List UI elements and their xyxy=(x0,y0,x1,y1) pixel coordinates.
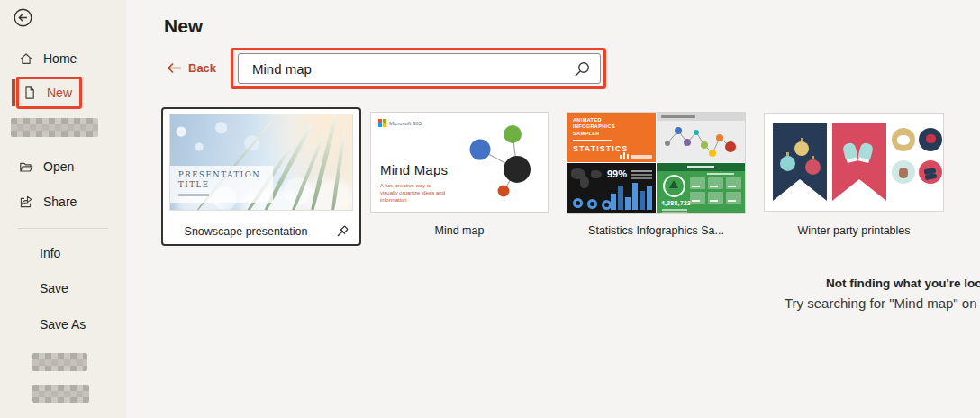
polar-bear-badge xyxy=(892,128,915,151)
skates-badge xyxy=(919,160,942,184)
back-arrow-icon xyxy=(14,8,32,27)
statistics-slide-grid: ANIMATED INFOGRAPHICS SAMPLER STATISTICS xyxy=(567,113,745,213)
sidebar-item-label: Save As xyxy=(40,317,86,332)
redacted-nav-item[interactable] xyxy=(32,353,87,371)
stat-boxes xyxy=(690,177,741,204)
back-arrow-left-icon xyxy=(167,62,182,74)
sidebar-item-share[interactable]: Share xyxy=(19,191,77,213)
template-card-statistics[interactable]: ANIMATED INFOGRAPHICS SAMPLER STATISTICS xyxy=(567,112,746,214)
sidebar-item-label: Share xyxy=(43,195,77,209)
ornament-ball xyxy=(805,159,821,175)
share-icon xyxy=(19,195,33,209)
stat-text-bars xyxy=(631,170,652,172)
search-icon xyxy=(573,60,591,78)
template-title: Snowscape presentation xyxy=(163,225,329,238)
sidebar-item-open[interactable]: Open xyxy=(19,156,74,177)
sidebar-item-save-as[interactable]: Save As xyxy=(40,314,86,334)
template-search-box xyxy=(238,53,601,84)
sidebar-item-home[interactable]: Home xyxy=(19,48,77,69)
frost-blob xyxy=(300,179,353,211)
new-document-icon xyxy=(23,86,37,100)
statistics-cover-slide: ANIMATED INFOGRAPHICS SAMPLER STATISTICS xyxy=(567,113,656,162)
template-card-winter[interactable] xyxy=(764,113,944,212)
green-stats-slide: 4,388,723 xyxy=(657,163,745,213)
search-button[interactable] xyxy=(573,60,591,78)
donut-chart xyxy=(573,198,583,208)
backstage-view: { "colors": { "accent": "#b7472a", "anno… xyxy=(0,0,980,418)
backstage-sidebar: Home New Open Share Info Save Save As xyxy=(0,0,126,418)
template-title: Winter party printables xyxy=(755,224,953,237)
snowscape-thumbnail[interactable]: PRESENTATION TITLE xyxy=(169,114,353,211)
boxes-title-bar xyxy=(707,173,734,175)
sidebar-item-label: Save xyxy=(40,281,68,295)
mittens-pennant xyxy=(832,123,886,201)
selected-indicator-bar xyxy=(12,79,15,106)
timeline-slide xyxy=(657,113,745,162)
polar-bear-shape xyxy=(897,135,910,145)
template-card-mind-map[interactable]: Microsoft 365 Mind Maps A fun, creative … xyxy=(370,112,549,213)
mitten xyxy=(858,142,874,163)
sidebar-item-label: New xyxy=(47,86,72,100)
slide-heading: Mind Maps xyxy=(380,162,448,177)
bar-chart xyxy=(611,183,652,210)
reindeer-badge xyxy=(892,160,915,184)
dark-stats-slide: 99% xyxy=(567,163,656,213)
cardinal-shape xyxy=(926,134,936,143)
slide-title-text: PRESENTATION TITLE xyxy=(178,170,266,190)
redacted-nav-item[interactable] xyxy=(11,118,98,137)
page-title: New xyxy=(164,15,203,37)
sidebar-item-label: Open xyxy=(43,159,74,174)
timeline-dots xyxy=(657,113,745,162)
kicker-line: INFOGRAPHICS xyxy=(573,123,650,130)
stat-percent: 99% xyxy=(607,168,627,179)
stat-text-bars xyxy=(662,209,687,211)
sidebar-item-save[interactable]: Save xyxy=(40,278,68,298)
slide-header-strip xyxy=(657,163,745,171)
tree-icon xyxy=(669,180,678,188)
template-card-snowscape[interactable]: PRESENTATION TITLE Snowscape presentatio… xyxy=(161,107,361,246)
sidebar-item-label: Home xyxy=(43,51,77,66)
template-title: Mind map xyxy=(361,224,558,237)
pin-icon[interactable] xyxy=(334,224,349,240)
sidebar-item-new[interactable]: New xyxy=(23,82,72,104)
slide-subtext: A fun, creative way to visually organize… xyxy=(380,182,449,204)
skate-shape xyxy=(925,173,938,181)
cardinal-badge xyxy=(919,128,942,151)
stat-number: 4,388,723 xyxy=(661,200,691,206)
template-title: Statistics Infographics Sa... xyxy=(558,224,755,237)
back-link[interactable]: Back xyxy=(167,61,216,75)
donut-chart xyxy=(587,199,597,209)
home-icon xyxy=(19,51,33,66)
ornament-ball xyxy=(794,141,809,156)
mitten xyxy=(842,142,858,163)
slide-title-box: PRESENTATION TITLE xyxy=(170,166,273,203)
kicker-line: ANIMATED xyxy=(573,117,650,123)
ornament-ball xyxy=(780,156,795,171)
sidebar-divider xyxy=(18,228,108,229)
vendor-logo xyxy=(620,152,652,159)
back-circle-button[interactable] xyxy=(14,8,32,27)
slide-subtitle-bar xyxy=(178,194,209,196)
ornament-pennant xyxy=(773,123,827,201)
back-link-label: Back xyxy=(188,61,216,75)
reindeer-shape xyxy=(899,168,908,178)
kicker-line: SAMPLER xyxy=(573,131,650,137)
redacted-nav-item[interactable] xyxy=(32,385,89,403)
no-results-hint-subtitle: Try searching for "Mind map" on templat xyxy=(785,295,980,311)
divider-rule xyxy=(573,140,612,141)
open-folder-icon xyxy=(19,159,33,174)
no-results-hint-title: Not finding what you're looking xyxy=(826,277,980,290)
sidebar-item-label: Info xyxy=(40,246,60,260)
sidebar-item-info[interactable]: Info xyxy=(40,243,60,263)
search-input[interactable] xyxy=(239,54,600,83)
